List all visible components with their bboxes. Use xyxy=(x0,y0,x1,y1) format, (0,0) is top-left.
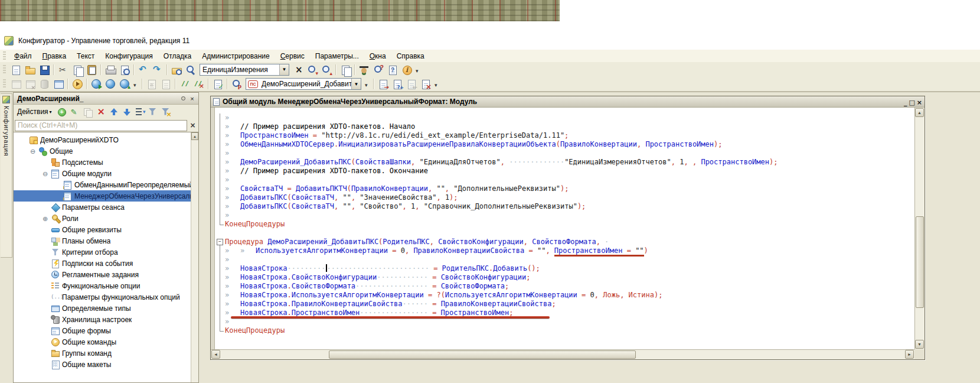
maximize-icon[interactable]: □ xyxy=(909,99,914,106)
search-combobox[interactable]: ЕдиницаИзмерения▼ xyxy=(200,64,289,76)
object-tree[interactable]: ДемоРасширенийXDTO⊖ОбщиеПодсистемы⊖Общие… xyxy=(14,132,191,382)
syntax-assistant-icon[interactable] xyxy=(358,63,371,76)
tree-item-18[interactable]: Общие команды xyxy=(14,336,191,348)
window-list-icon[interactable] xyxy=(339,63,352,76)
toolbar-overflow-icon[interactable] xyxy=(414,63,422,76)
menu-item-2[interactable]: Правка xyxy=(37,51,72,61)
horizontal-scroll-thumb[interactable] xyxy=(329,350,636,359)
vertical-scroll-thumb[interactable] xyxy=(916,216,924,308)
bookmarks-overflow-icon[interactable] xyxy=(433,77,440,90)
tree-item-13[interactable]: Функциональные опции xyxy=(14,280,191,291)
paste-icon[interactable] xyxy=(85,63,98,76)
procedures-functions-icon[interactable] xyxy=(230,77,243,90)
add-icon[interactable] xyxy=(56,106,68,118)
menu-item-7[interactable]: Сервис xyxy=(275,51,310,61)
comment-selection-icon[interactable] xyxy=(178,77,191,90)
scroll-up-icon[interactable]: ▲ xyxy=(191,132,198,140)
next-bookmark-icon[interactable] xyxy=(377,77,390,90)
tree-item-1[interactable]: ⊖Общие xyxy=(14,145,191,157)
tree-item-17[interactable]: Общие формы xyxy=(14,325,191,336)
tree-item-4[interactable]: ОбменДаннымиПереопределяемый xyxy=(14,179,191,190)
procedure-combobox[interactable]: ПСДемоРасширений_ДобавитьПКС▼ xyxy=(246,78,361,90)
collapse-icon[interactable]: ⊖ xyxy=(43,170,51,178)
uncomment-selection-icon[interactable] xyxy=(192,77,205,90)
menu-item-3[interactable]: Текст xyxy=(71,51,100,61)
menu-item-5[interactable]: Отладка xyxy=(158,51,197,61)
tree-item-10[interactable]: Критерии отбора xyxy=(14,246,191,258)
expand-icon[interactable]: ⊕ xyxy=(43,215,51,223)
find-icon[interactable] xyxy=(184,63,197,76)
panel-close-icon[interactable]: × xyxy=(188,94,197,103)
debug-thick-client-icon[interactable] xyxy=(118,77,131,90)
find-next-icon[interactable] xyxy=(306,63,319,76)
chevron-down-icon[interactable]: ▾ xyxy=(50,109,52,115)
scroll-left-icon[interactable]: ◄ xyxy=(211,350,220,359)
open-icon[interactable] xyxy=(24,63,37,76)
clear-bookmarks-icon[interactable] xyxy=(419,77,432,90)
tree-item-6[interactable]: Параметры сеанса xyxy=(14,202,191,213)
filter-clear-icon[interactable] xyxy=(160,106,172,118)
print-icon[interactable] xyxy=(104,63,117,76)
toggle-bookmark-icon[interactable] xyxy=(391,77,404,90)
vertical-scrollbar[interactable]: ▲ ▼ xyxy=(914,108,925,349)
menu-item-1[interactable]: Файл xyxy=(9,51,37,61)
save-icon[interactable] xyxy=(38,63,51,76)
move-up-icon[interactable] xyxy=(108,106,120,118)
debug-web-client-icon[interactable] xyxy=(104,77,117,90)
debug-thin-client-icon[interactable] xyxy=(90,77,103,90)
breakpoint-gutter[interactable] xyxy=(211,108,215,349)
combobox-dropdown-icon[interactable]: ▼ xyxy=(279,64,289,75)
menu-item-10[interactable]: Справка xyxy=(391,51,430,61)
tree-item-19[interactable]: Группы команд xyxy=(14,348,191,359)
configuration-vertical-tab[interactable]: Конфигурация xyxy=(1,93,12,258)
help-contents-icon[interactable] xyxy=(386,63,399,76)
editor-title-bar[interactable]: Общий модуль МенеджерОбменаЧерезУниверса… xyxy=(211,96,925,108)
copy-icon[interactable] xyxy=(71,63,84,76)
tree-item-9[interactable]: Планы обмена xyxy=(14,235,191,246)
new-document-icon[interactable] xyxy=(9,63,22,76)
delete-icon[interactable] xyxy=(95,106,107,118)
tree-item-8[interactable]: Общие реквизиты xyxy=(14,224,191,235)
procedure-overflow-icon[interactable] xyxy=(364,77,371,90)
menu-item-9[interactable]: Окна xyxy=(364,51,391,61)
global-search-icon[interactable] xyxy=(170,63,183,76)
filter-icon[interactable] xyxy=(147,106,159,118)
about-icon[interactable] xyxy=(400,63,413,76)
menu-item-6[interactable]: Администрирование xyxy=(197,51,275,61)
configuration-objects-icon[interactable] xyxy=(52,77,65,90)
close-icon[interactable]: × xyxy=(917,99,922,106)
scroll-right-icon[interactable]: ► xyxy=(905,350,914,359)
code-area[interactable]: »»// Пример расширения XDTO-пакетов. Нач… xyxy=(215,108,914,349)
clear-search-icon[interactable]: × xyxy=(188,121,197,130)
tree-item-2[interactable]: Подсистемы xyxy=(14,157,191,168)
menu-item-8[interactable]: Параметры... xyxy=(310,51,364,61)
tree-item-3[interactable]: ⊖Общие модули xyxy=(14,168,191,179)
tree-item-16[interactable]: Хранилища настроек xyxy=(14,314,191,325)
tree-item-14[interactable]: Параметры функциональных опций xyxy=(14,291,191,303)
debug-modes-dropdown-icon[interactable] xyxy=(132,77,139,90)
menu-item-4[interactable]: Конфигурация xyxy=(100,51,158,61)
tree-scrollbar[interactable]: ▲ xyxy=(191,132,198,382)
menu-grip[interactable] xyxy=(3,51,6,61)
close-search-icon[interactable] xyxy=(292,63,305,76)
find-previous-icon[interactable] xyxy=(320,63,333,76)
minimize-icon[interactable]: _ xyxy=(904,99,907,106)
horizontal-scrollbar[interactable]: ◄ ► xyxy=(211,349,914,359)
actions-menu-button[interactable]: Действия xyxy=(17,108,48,116)
syntax-check-module-icon[interactable] xyxy=(211,77,224,90)
tree-item-20[interactable]: Общие макеты xyxy=(14,359,191,370)
scroll-down-icon[interactable]: ▼ xyxy=(915,340,924,349)
cut-icon[interactable] xyxy=(57,63,70,76)
combobox-dropdown-icon[interactable]: ▼ xyxy=(351,79,361,89)
collapse-icon[interactable]: ⊖ xyxy=(30,147,38,155)
start-debugging-icon[interactable] xyxy=(71,77,84,90)
tree-item-12[interactable]: Регламентные задания xyxy=(14,269,191,280)
scroll-up-icon[interactable]: ▲ xyxy=(915,108,924,117)
print-preview-icon[interactable] xyxy=(118,63,131,76)
tree-item-15[interactable]: Определяемые типы xyxy=(14,303,191,314)
toolbar-grip[interactable] xyxy=(3,65,6,74)
search-input[interactable] xyxy=(15,120,187,131)
tree-item-7[interactable]: ⊕Роли xyxy=(14,213,191,224)
edit-icon[interactable] xyxy=(69,106,81,118)
tree-item-5[interactable]: МенеджерОбменаЧерезУниверсальныйФормат xyxy=(14,190,191,202)
